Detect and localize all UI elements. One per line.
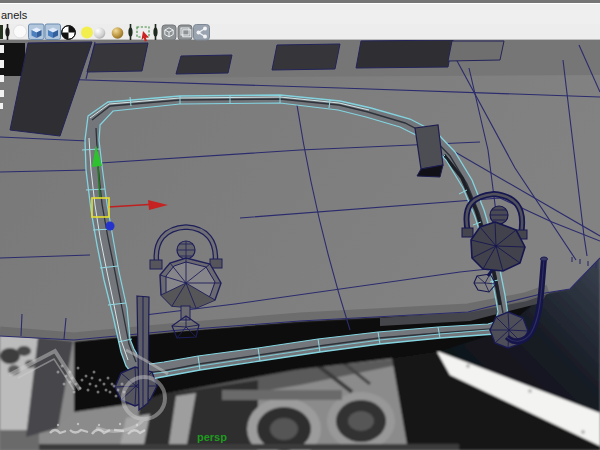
- svg-text:persp: persp: [197, 431, 227, 443]
- svg-text:anels: anels: [1, 9, 28, 21]
